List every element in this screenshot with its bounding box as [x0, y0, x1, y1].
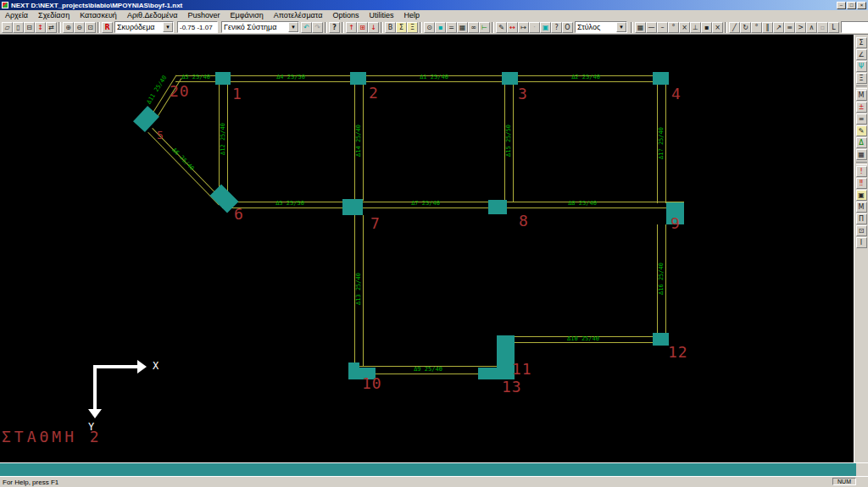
- rt-pi-icon[interactable]: Π: [856, 213, 867, 224]
- zoom-out-icon[interactable]: ⊖: [74, 22, 85, 33]
- rt-table-icon[interactable]: ▦: [856, 149, 867, 160]
- empty-combo[interactable]: ▼: [841, 21, 868, 33]
- open-file-icon[interactable]: ▱: [2, 22, 13, 33]
- triangle-tool-icon[interactable]: ∧: [806, 22, 817, 33]
- undo-icon[interactable]: ↶: [301, 22, 312, 33]
- menu-results[interactable]: Αποτελέσματα: [269, 10, 328, 20]
- rt-delta-icon[interactable]: Δ: [856, 137, 867, 148]
- rt-psi-icon[interactable]: Ψ: [856, 61, 867, 72]
- selection-box-icon[interactable]: ▣: [540, 22, 551, 33]
- node-tool-icon[interactable]: ⊙: [424, 22, 435, 33]
- grid-levels-icon[interactable]: ⊞: [357, 22, 368, 33]
- toolbar-separator: [856, 86, 867, 89]
- section-bottom-icon[interactable]: Ξ: [407, 22, 418, 33]
- material-combo-value: Σκυρόδεμα: [117, 23, 155, 31]
- snap-icon[interactable]: ·: [529, 22, 540, 33]
- perpendicular-snap-icon[interactable]: ⊥: [690, 22, 701, 33]
- query-icon[interactable]: ?: [551, 22, 562, 33]
- r-button[interactable]: R: [102, 22, 113, 33]
- bottom-teal-bar: [0, 462, 868, 476]
- inactive-tool-icon[interactable]: ▫: [817, 22, 828, 33]
- rt-detail-icon[interactable]: ▣: [856, 190, 867, 201]
- midpoint-snap-icon[interactable]: ▪: [701, 22, 712, 33]
- section-top-icon[interactable]: Σ: [396, 22, 407, 33]
- minimize-button[interactable]: –: [837, 2, 846, 9]
- hline-icon[interactable]: —: [646, 22, 657, 33]
- maximize-button[interactable]: □: [847, 2, 856, 9]
- import-export-icon[interactable]: ↕: [35, 22, 46, 33]
- menu-file[interactable]: Αρχεία: [0, 10, 33, 20]
- delete-snap-icon[interactable]: ×: [712, 22, 723, 33]
- menu-drawing[interactable]: Σχεδίαση: [33, 10, 75, 20]
- chevron-down-icon[interactable]: ▼: [163, 22, 173, 32]
- line-tool-icon[interactable]: ╱: [729, 22, 740, 33]
- column-node-4[interactable]: [653, 72, 669, 85]
- column-node-3[interactable]: [502, 72, 518, 85]
- beam-label: Δ15 25/50: [505, 117, 512, 164]
- node-number-12: 12: [668, 345, 688, 360]
- beam-label: Δ5 25/50: [236, 200, 343, 207]
- wall-tool-icon[interactable]: ∞: [468, 22, 479, 33]
- menu-display[interactable]: Εμφάνιση: [225, 10, 268, 20]
- column-node-7[interactable]: [342, 199, 363, 215]
- rt-frame-icon[interactable]: ⊡: [856, 225, 867, 236]
- slab-tool-icon[interactable]: ▦: [457, 22, 468, 33]
- material-combo[interactable]: Σκυρόδεμα ▼: [114, 21, 174, 33]
- rt-plusminus-icon[interactable]: ±: [856, 102, 867, 113]
- drawing-canvas[interactable]: Δ3 25/40 Δ4 25/50 Δ1 25/40 Δ2 25/40 Δ11 …: [0, 35, 854, 462]
- l-tool-icon[interactable]: L: [828, 22, 839, 33]
- rt-pencil-icon[interactable]: ✎: [856, 125, 867, 136]
- menu-options[interactable]: Options: [327, 10, 364, 20]
- rt-mu-icon[interactable]: Μ: [856, 90, 867, 101]
- coordinate-system-combo[interactable]: Γενικό Σύστημα ▼: [221, 21, 299, 33]
- column-node-2[interactable]: [350, 72, 366, 85]
- grid-icon[interactable]: ▦: [635, 22, 646, 33]
- beta-section-icon[interactable]: Β: [385, 22, 396, 33]
- menu-help[interactable]: Help: [398, 10, 425, 20]
- chevron-down-icon[interactable]: ▼: [288, 22, 298, 32]
- circle-icon[interactable]: Ο: [562, 22, 573, 33]
- parallel-tool-icon[interactable]: ‖: [762, 22, 773, 33]
- rt-loads-icon[interactable]: Σ: [856, 37, 867, 48]
- rt-angle-icon[interactable]: ∠: [856, 49, 867, 60]
- rt-warning2-icon[interactable]: ‼: [856, 178, 867, 189]
- rt-warning-icon[interactable]: !: [856, 166, 867, 177]
- hline2-icon[interactable]: –: [657, 22, 668, 33]
- menu-construction[interactable]: Κατασκευή: [75, 10, 122, 20]
- level-up-icon[interactable]: ↑: [346, 22, 357, 33]
- column-node-12[interactable]: [653, 333, 669, 346]
- offset-tool-icon[interactable]: ≡: [784, 22, 795, 33]
- level-down-icon[interactable]: ↓: [368, 22, 379, 33]
- refresh-icon[interactable]: ⇄: [46, 22, 57, 33]
- zoom-in-icon[interactable]: ⊕: [63, 22, 74, 33]
- edit-pencil-icon[interactable]: ✎: [496, 22, 507, 33]
- intersection-snap-icon[interactable]: ×: [679, 22, 690, 33]
- column-tool-icon[interactable]: ▪: [435, 22, 446, 33]
- zoom-window-icon[interactable]: ⊡: [85, 22, 96, 33]
- rt-i-icon[interactable]: Ι: [856, 237, 867, 248]
- element-type-combo[interactable]: Στύλος ▼: [575, 21, 627, 33]
- rt-xi-icon[interactable]: Ξ: [856, 73, 867, 84]
- point-snap-icon[interactable]: °: [668, 22, 679, 33]
- close-button[interactable]: ×: [857, 2, 866, 9]
- save-icon[interactable]: ⊟: [24, 22, 35, 33]
- extend-icon[interactable]: ↦: [518, 22, 529, 33]
- move-icon[interactable]: ↔: [507, 22, 518, 33]
- menu-utilities[interactable]: Utilities: [364, 10, 398, 20]
- column-node-8[interactable]: [488, 200, 507, 214]
- rt-m-icon[interactable]: Μ: [856, 202, 867, 213]
- redo-icon[interactable]: ↷: [312, 22, 323, 33]
- support-tool-icon[interactable]: ⊢: [479, 22, 490, 33]
- new-file-icon[interactable]: ▯: [13, 22, 24, 33]
- coordinates-field[interactable]: [177, 21, 218, 33]
- angle-tool-icon[interactable]: >: [795, 22, 806, 33]
- diagonal-tool-icon[interactable]: ↗: [773, 22, 784, 33]
- menu-numeric-data[interactable]: Αριθ.Δεδομένα: [122, 10, 183, 20]
- menu-pushover[interactable]: Pushover: [182, 10, 225, 20]
- rt-layers-icon[interactable]: ≡: [856, 113, 867, 125]
- beam-tool-icon[interactable]: =: [446, 22, 457, 33]
- arc-tool-icon[interactable]: ↻: [740, 22, 751, 33]
- circle-tool-icon[interactable]: °: [751, 22, 762, 33]
- chevron-down-icon[interactable]: ▼: [616, 22, 626, 32]
- help-button[interactable]: ?: [329, 22, 340, 33]
